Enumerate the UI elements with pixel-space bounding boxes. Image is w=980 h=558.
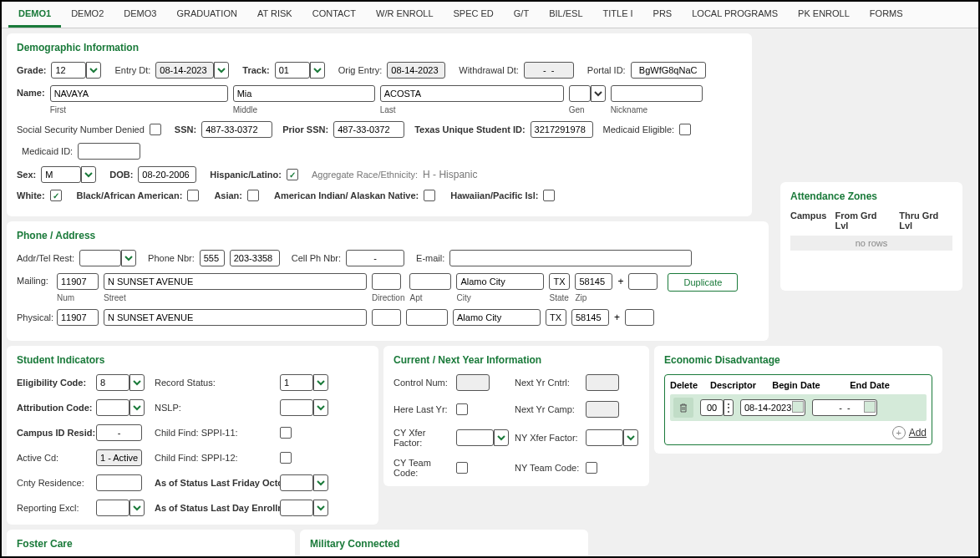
gen-field[interactable] [569, 85, 591, 102]
phys-dir-field[interactable] [372, 309, 401, 326]
rep-dropdown[interactable] [129, 500, 145, 516]
grade-field[interactable] [51, 62, 86, 79]
first-name-field[interactable] [50, 85, 228, 102]
portal-field[interactable] [631, 62, 706, 79]
email-field[interactable] [449, 250, 692, 266]
entry-dropdown[interactable] [214, 62, 229, 79]
phys-city-field[interactable] [453, 309, 541, 326]
phys-state-field[interactable] [546, 309, 566, 326]
calendar-icon[interactable] [864, 401, 876, 413]
nxfer-dropdown[interactable] [623, 429, 638, 446]
rec-dropdown[interactable] [313, 374, 328, 391]
tab-contact[interactable]: CONTACT [302, 2, 366, 28]
mail-zip-field[interactable] [575, 273, 612, 290]
asian-checkbox[interactable] [247, 190, 259, 201]
phys-num-field[interactable] [57, 309, 99, 326]
nslp-field[interactable] [280, 399, 313, 416]
phys-zip-field[interactable] [571, 309, 609, 326]
addr-rest-field[interactable] [79, 250, 121, 266]
white-checkbox[interactable] [50, 190, 62, 201]
prior-ssn-field[interactable] [333, 121, 404, 138]
ssnd-checkbox[interactable] [150, 124, 161, 135]
orig-entry-field[interactable] [387, 62, 445, 79]
tab-prs[interactable]: PRS [643, 2, 683, 28]
black-checkbox[interactable] [187, 190, 199, 201]
oct-dropdown[interactable] [313, 474, 328, 491]
withdrawal-field[interactable] [524, 62, 574, 79]
phys-apt-field[interactable] [406, 309, 448, 326]
tab-graduation[interactable]: GRADUATION [166, 2, 247, 28]
mail-zip4-field[interactable] [628, 273, 658, 290]
tab-title-i[interactable]: TITLE I [593, 2, 643, 28]
nteam-checkbox[interactable] [586, 462, 597, 474]
econ-desc-dropdown[interactable]: ⋮ [724, 399, 734, 416]
tab-pk-enroll[interactable]: PK ENROLL [788, 2, 860, 28]
phys-zip4-field[interactable] [625, 309, 654, 326]
rec-field[interactable] [280, 374, 313, 391]
rep-field[interactable] [96, 500, 129, 516]
phys-street-field[interactable] [104, 309, 367, 326]
phone-area-field[interactable] [200, 250, 225, 266]
nslp-dropdown[interactable] [313, 399, 328, 416]
addr-rest-dropdown[interactable] [121, 250, 136, 266]
tab-at-risk[interactable]: AT RISK [247, 2, 302, 28]
tab-demo3[interactable]: DEMO3 [114, 2, 166, 28]
sex-dropdown[interactable] [81, 166, 96, 183]
phone-num-field[interactable] [230, 250, 280, 266]
attr-dropdown[interactable] [129, 399, 145, 416]
enr-dropdown[interactable] [313, 500, 328, 516]
econ-desc-field[interactable] [700, 399, 724, 416]
tab-wr-enroll[interactable]: W/R ENROLL [366, 2, 443, 28]
mail-city-field[interactable] [456, 273, 544, 290]
tab-gt[interactable]: G/T [504, 2, 539, 28]
cnty-field[interactable] [96, 474, 142, 491]
duplicate-button[interactable]: Duplicate [668, 273, 738, 292]
nickname-field[interactable] [611, 85, 703, 102]
tab-bil-esl[interactable]: BIL/ESL [539, 2, 592, 28]
cell-field[interactable] [346, 250, 404, 266]
tab-forms[interactable]: FORMS [860, 2, 913, 28]
last-name-field[interactable] [380, 85, 564, 102]
tab-local-programs[interactable]: LOCAL PROGRAMS [682, 2, 788, 28]
mail-state-field[interactable] [549, 273, 570, 290]
team-checkbox[interactable] [456, 462, 468, 474]
tab-demo2[interactable]: DEMO2 [61, 2, 114, 28]
track-field[interactable] [275, 62, 310, 79]
tab-spec-ed[interactable]: SPEC ED [444, 2, 504, 28]
tab-demo1[interactable]: DEMO1 [8, 2, 61, 28]
elig-field[interactable] [96, 374, 129, 391]
attr-field[interactable] [96, 399, 129, 416]
tusid-field[interactable] [531, 121, 593, 138]
dob-label: DOB: [109, 170, 133, 180]
entry-field[interactable] [155, 62, 214, 79]
medicaid-elig-checkbox[interactable] [679, 124, 691, 135]
here-checkbox[interactable] [456, 403, 468, 415]
econ-add-button[interactable]: +Add [670, 426, 927, 439]
mail-dir-field[interactable] [372, 273, 401, 290]
cf11-checkbox[interactable] [280, 427, 292, 439]
amind-checkbox[interactable] [424, 190, 435, 201]
gen-dropdown[interactable] [591, 85, 606, 102]
nxfer-field[interactable] [586, 429, 623, 446]
econ-delete-button[interactable] [673, 398, 693, 418]
elig-dropdown[interactable] [129, 374, 145, 391]
grade-dropdown[interactable] [86, 62, 101, 79]
xfer-dropdown[interactable] [494, 429, 509, 446]
track-dropdown[interactable] [310, 62, 325, 79]
dob-field[interactable] [138, 166, 196, 183]
calendar-icon[interactable] [792, 401, 804, 413]
mail-street-field[interactable] [104, 273, 367, 290]
campus-field[interactable] [96, 424, 142, 441]
medicaid-id-field[interactable] [78, 143, 140, 160]
mail-apt-field[interactable] [409, 273, 451, 290]
enr-field[interactable] [280, 500, 313, 516]
hispanic-checkbox[interactable] [287, 169, 298, 180]
ssn-field[interactable] [201, 121, 272, 138]
oct-field[interactable] [280, 474, 313, 491]
xfer-field[interactable] [456, 429, 494, 446]
hawaii-checkbox[interactable] [543, 190, 555, 201]
cf12-checkbox[interactable] [280, 452, 292, 464]
middle-name-field[interactable] [233, 85, 375, 102]
sex-field[interactable] [41, 166, 81, 183]
mail-num-field[interactable] [57, 273, 99, 290]
